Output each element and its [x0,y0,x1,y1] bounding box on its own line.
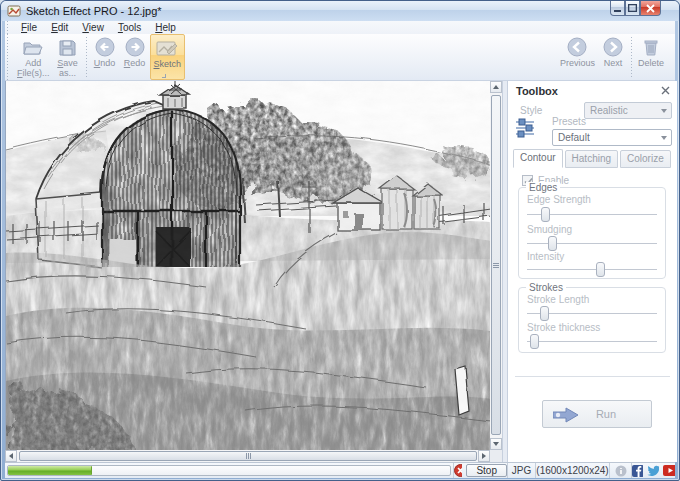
strokes-group: Strokes Stroke Length Stroke thickness [518,287,666,353]
menu-bar: File Edit View Tools Help [5,21,675,34]
stroke-length-slider-thumb[interactable] [540,306,549,321]
tab-colorize[interactable]: Colorize [620,150,671,168]
edge-strength-label: Edge Strength [527,194,591,205]
menu-edit[interactable]: Edit [44,22,75,33]
progress-bar [7,465,451,476]
menu-view[interactable]: View [75,22,111,33]
title-bar: Sketch Effect PRO - 12.jpg* [1,1,679,21]
add-files-label-2: File(s)... [17,68,50,78]
twitter-icon[interactable] [647,465,659,477]
presets-select[interactable]: Default [552,129,672,146]
dimensions-value: (1600x1200x24) [536,465,608,476]
vertical-scroll-thumb[interactable] [491,95,501,435]
scrollbar-corner [490,450,502,462]
toolbox-panel: Toolbox Style Realistic Presets Default … [507,81,677,462]
edges-group-title: Edges [526,182,560,193]
stroke-thickness-label: Stroke thickness [527,322,600,333]
maximize-button[interactable] [625,1,640,16]
panel-separator [515,376,670,377]
info-cell [609,463,631,478]
stroke-length-slider[interactable] [527,306,657,321]
previous-icon [567,37,587,57]
add-files-button[interactable]: Add File(s)... [14,34,53,80]
toolbox-close-icon[interactable] [661,86,670,95]
presets-label: Presets [552,116,586,127]
social-cell [631,463,675,478]
youtube-icon[interactable] [663,465,675,476]
app-icon [7,4,21,18]
toolbar-separator [86,37,87,77]
intensity-label: Intensity [527,251,564,262]
edges-group: Edges Edge Strength Smudging Intensity [518,187,666,279]
delete-icon [643,37,659,57]
edge-strength-slider-thumb[interactable] [541,207,550,222]
progress-fill [8,466,92,475]
dimensions-cell: (1600x1200x24) [535,463,609,478]
tab-contour[interactable]: Contour [513,149,563,168]
sketch-image [6,81,490,450]
sketch-label: Sketch [154,59,182,69]
run-button[interactable]: Run [542,400,652,428]
toolbar-separator [631,37,632,77]
save-as-button[interactable]: Save as... [53,34,83,80]
chevron-down-icon [661,109,667,116]
scroll-up-button[interactable] [490,81,502,93]
horizontal-scrollbar[interactable] [5,450,490,462]
intensity-slider[interactable] [527,262,657,277]
style-value: Realistic [590,105,628,116]
tab-hatching[interactable]: Hatching [565,150,618,168]
menubar-grip[interactable] [5,21,10,34]
smudging-label: Smudging [527,224,572,235]
save-as-label-1: Save [57,58,78,68]
vertical-scrollbar[interactable] [490,81,502,450]
scroll-left-button[interactable] [5,450,17,462]
presets-icon [514,117,536,141]
stroke-length-label: Stroke Length [527,294,589,305]
delete-button[interactable]: Delete [635,34,667,80]
smudging-slider[interactable] [527,236,657,251]
info-icon[interactable] [615,465,627,477]
menu-file[interactable]: File [14,22,44,33]
stop-button[interactable]: Stop [466,464,507,477]
close-button[interactable] [640,1,661,16]
menu-help[interactable]: Help [148,22,183,33]
next-icon [603,37,623,57]
style-select[interactable]: Realistic [584,102,672,119]
presets-value: Default [558,132,590,143]
minimize-button[interactable] [610,1,625,16]
run-label: Run [596,408,616,420]
save-icon [59,37,76,57]
smudging-slider-thumb[interactable] [548,236,557,251]
redo-label: Redo [124,58,146,68]
stroke-thickness-slider-thumb[interactable] [530,334,539,349]
toolbar-right-group: Previous Next [557,34,667,80]
next-button[interactable]: Next [598,34,628,80]
undo-button[interactable]: Undo [90,34,120,80]
menu-tools[interactable]: Tools [111,22,148,33]
intensity-slider-thumb[interactable] [596,262,605,277]
toolbar-grip[interactable] [5,34,10,80]
style-label: Style [520,105,542,116]
stroke-thickness-slider[interactable] [527,334,657,349]
edge-strength-slider[interactable] [527,207,657,222]
scroll-down-button[interactable] [490,438,502,450]
strokes-group-title: Strokes [526,282,566,293]
run-arrow-icon [553,407,579,423]
scroll-right-button[interactable] [478,450,490,462]
window-title: Sketch Effect PRO - 12.jpg* [26,5,162,17]
add-files-label-1: Add [25,58,41,68]
horizontal-scroll-thumb[interactable] [19,451,477,461]
previous-button[interactable]: Previous [557,34,598,80]
redo-button[interactable]: Redo [120,34,150,80]
toolbar: Add File(s)... Save as... Undo [5,34,675,81]
sketch-icon [156,38,178,58]
next-label: Next [604,58,623,68]
save-as-label-2: as... [59,68,76,78]
image-canvas [5,81,490,450]
chevron-down-icon [661,136,667,143]
redo-icon [125,37,145,57]
facebook-icon[interactable] [632,465,643,477]
group-corner-marker [162,74,166,78]
sketch-button[interactable]: Sketch [150,34,186,80]
status-bar: Stop JPG (1600x1200x24) [5,462,675,478]
